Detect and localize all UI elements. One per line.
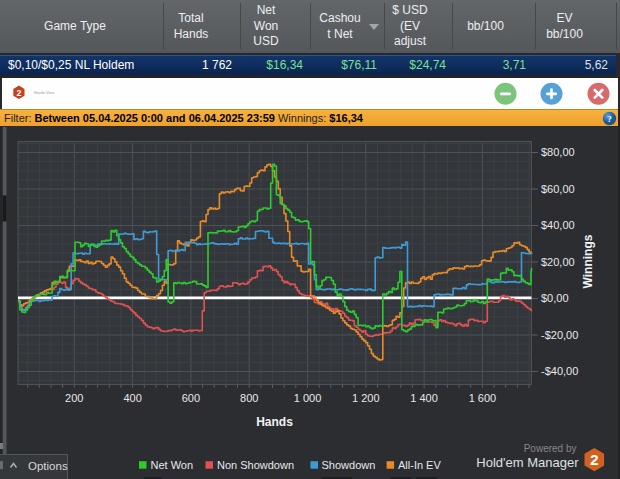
svg-text:2: 2 (16, 88, 21, 98)
svg-text:200: 200 (65, 392, 83, 404)
svg-text:Hands View: Hands View (34, 91, 54, 95)
svg-text:$80,00: $80,00 (541, 146, 575, 158)
svg-text:$40,00: $40,00 (541, 219, 575, 231)
svg-text:$20,00: $20,00 (541, 256, 575, 268)
svg-text:2: 2 (590, 451, 599, 468)
svg-text:600: 600 (182, 392, 200, 404)
svg-text:Winnings: Winnings (581, 234, 595, 288)
svg-text:Non Showdown: Non Showdown (217, 459, 294, 471)
svg-text:Net Won: Net Won (151, 459, 194, 471)
svg-text:1 000: 1 000 (294, 392, 322, 404)
svg-text:400: 400 (123, 392, 141, 404)
svg-text:All-In EV: All-In EV (398, 459, 441, 471)
svg-text:Showdown: Showdown (322, 459, 376, 471)
svg-text:-$20,00: -$20,00 (541, 329, 578, 341)
svg-text:?: ? (607, 114, 612, 124)
svg-text:$60,00: $60,00 (541, 183, 575, 195)
svg-text:Powered by: Powered by (524, 443, 577, 454)
svg-text:$0,00: $0,00 (541, 292, 569, 304)
svg-text:Options: Options (28, 460, 68, 472)
svg-text:800: 800 (240, 392, 258, 404)
svg-text:1 400: 1 400 (410, 392, 438, 404)
svg-text:1 600: 1 600 (469, 392, 497, 404)
svg-text:Hands: Hands (256, 415, 293, 429)
svg-text:-$40,00: -$40,00 (541, 365, 578, 377)
svg-text:Hold'em Manager: Hold'em Manager (476, 455, 579, 470)
svg-text:1 200: 1 200 (352, 392, 380, 404)
